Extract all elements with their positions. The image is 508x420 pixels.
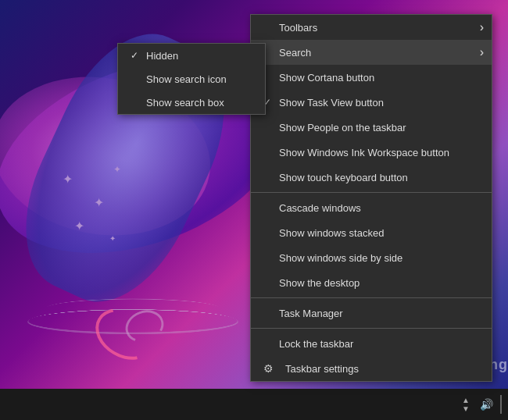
check-search-box bbox=[131, 97, 143, 108]
submenu-item-show-search-box[interactable]: Show search box bbox=[118, 91, 265, 114]
menu-item-taskbar-settings[interactable]: ⚙ Taskbar settings bbox=[251, 356, 492, 381]
submenu-hidden-label: Hidden bbox=[146, 50, 178, 62]
check-lock-taskbar bbox=[263, 338, 276, 349]
taskbar: ▲▼ 🔊 bbox=[0, 389, 508, 420]
separator-1 bbox=[251, 192, 492, 193]
star-3: ✦ bbox=[74, 219, 84, 233]
submenu-arrow-search: › bbox=[480, 46, 484, 59]
check-side-by-side bbox=[263, 252, 276, 263]
submenu-show-search-icon-label: Show search icon bbox=[146, 73, 227, 85]
check-task-manager bbox=[263, 308, 276, 319]
show-desktop-taskbar-icon[interactable] bbox=[500, 395, 505, 414]
check-touch-keyboard bbox=[263, 172, 276, 183]
network-icon[interactable]: ▲▼ bbox=[456, 395, 475, 414]
menu-stacked-label: Show windows stacked bbox=[279, 227, 384, 239]
submenu-arrow-toolbars: › bbox=[480, 21, 484, 34]
check-search-icon bbox=[131, 73, 143, 84]
context-menu: Toolbars › Search › Show Cortana button … bbox=[250, 14, 492, 382]
submenu-show-search-box-label: Show search box bbox=[146, 97, 224, 109]
menu-search-label: Search bbox=[279, 47, 311, 59]
search-submenu: ✓ Hidden Show search icon Show search bo… bbox=[117, 43, 266, 115]
menu-side-by-side-label: Show windows side by side bbox=[279, 252, 402, 264]
menu-item-touch-keyboard[interactable]: Show touch keyboard button bbox=[251, 165, 492, 190]
menu-item-toolbars[interactable]: Toolbars › bbox=[251, 15, 492, 40]
menu-item-taskview[interactable]: ✓ Show Task View button bbox=[251, 90, 492, 115]
check-cascade bbox=[263, 202, 276, 213]
menu-people-label: Show People on the taskbar bbox=[279, 122, 406, 133]
menu-item-side-by-side[interactable]: Show windows side by side bbox=[251, 245, 492, 270]
menu-item-show-desktop[interactable]: Show the desktop bbox=[251, 270, 492, 295]
menu-toolbars-label: Toolbars bbox=[279, 22, 317, 34]
volume-icon[interactable]: 🔊 bbox=[477, 395, 495, 414]
menu-show-desktop-label: Show the desktop bbox=[279, 277, 360, 289]
menu-task-manager-label: Task Manager bbox=[279, 308, 343, 319]
submenu-item-hidden[interactable]: ✓ Hidden bbox=[118, 44, 265, 67]
star-1: ✦ bbox=[63, 172, 73, 187]
star-4: ✦ bbox=[113, 164, 121, 175]
check-hidden: ✓ bbox=[131, 50, 143, 61]
check-ink bbox=[263, 147, 276, 158]
menu-cascade-label: Cascade windows bbox=[279, 202, 361, 214]
menu-ink-label: Show Windows Ink Workspace button bbox=[279, 147, 449, 158]
menu-item-people[interactable]: Show People on the taskbar bbox=[251, 115, 492, 140]
check-people bbox=[263, 122, 276, 133]
check-stacked bbox=[263, 227, 276, 238]
gear-icon: ⚙ bbox=[263, 362, 279, 375]
menu-item-stacked[interactable]: Show windows stacked bbox=[251, 220, 492, 245]
menu-touch-keyboard-label: Show touch keyboard button bbox=[279, 172, 408, 183]
menu-lock-taskbar-label: Lock the taskbar bbox=[279, 338, 353, 350]
submenu-item-show-search-icon[interactable]: Show search icon bbox=[118, 67, 265, 91]
menu-item-lock-taskbar[interactable]: Lock the taskbar bbox=[251, 331, 492, 356]
taskbar-icons: ▲▼ 🔊 bbox=[456, 395, 505, 414]
star-2: ✦ bbox=[94, 195, 104, 210]
menu-cortana-label: Show Cortana button bbox=[279, 72, 374, 84]
menu-item-show-cortana[interactable]: Show Cortana button bbox=[251, 65, 492, 90]
menu-item-task-manager[interactable]: Task Manager bbox=[251, 301, 492, 326]
menu-item-cascade[interactable]: Cascade windows bbox=[251, 195, 492, 220]
menu-taskview-label: Show Task View button bbox=[279, 97, 384, 109]
menu-taskbar-settings-label: Taskbar settings bbox=[285, 363, 359, 375]
separator-3 bbox=[251, 328, 492, 329]
separator-2 bbox=[251, 297, 492, 298]
menu-item-search[interactable]: Search › bbox=[251, 40, 492, 65]
check-toolbars bbox=[263, 22, 276, 33]
star-5: ✦ bbox=[109, 234, 116, 243]
check-show-desktop bbox=[263, 277, 276, 288]
menu-item-ink[interactable]: Show Windows Ink Workspace button bbox=[251, 140, 492, 165]
